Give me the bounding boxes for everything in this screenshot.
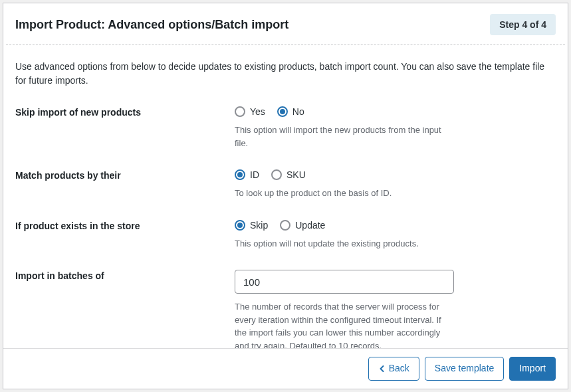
radio-label: Yes — [250, 106, 265, 117]
match-by-controls: ID SKU To look up the product on the bas… — [235, 169, 454, 200]
match-by-radiogroup: ID SKU — [235, 169, 454, 180]
if-exists-skip-radio[interactable]: Skip — [235, 220, 268, 231]
page-title: Import Product: Advanced options/Batch i… — [15, 18, 288, 32]
if-exists-help: This option will not update the existing… — [235, 237, 454, 250]
chevron-left-icon — [378, 365, 386, 373]
match-by-label: Match products by their — [15, 169, 235, 200]
batch-input[interactable] — [235, 270, 454, 294]
field-batch: Import in batches of The number of recor… — [15, 270, 556, 348]
radio-label: Update — [295, 220, 325, 231]
radio-circle-icon — [277, 106, 288, 117]
skip-new-yes-radio[interactable]: Yes — [235, 106, 265, 117]
skip-new-label: Skip import of new products — [15, 106, 235, 149]
if-exists-controls: Skip Update This option will not update … — [235, 220, 454, 250]
panel-content: Use advanced options from below to decid… — [3, 45, 568, 348]
import-product-panel: Import Product: Advanced options/Batch i… — [3, 3, 568, 389]
if-exists-label: If product exists in the store — [15, 220, 235, 250]
field-if-exists: If product exists in the store Skip Upda… — [15, 220, 556, 250]
match-by-id-radio[interactable]: ID — [235, 169, 259, 180]
field-skip-new: Skip import of new products Yes No This … — [15, 106, 556, 149]
match-by-sku-radio[interactable]: SKU — [271, 169, 306, 180]
panel-header: Import Product: Advanced options/Batch i… — [3, 3, 568, 45]
panel-footer: Back Save template Import — [3, 348, 568, 389]
batch-help: The number of records that the server wi… — [235, 300, 454, 348]
radio-circle-icon — [235, 220, 245, 231]
intro-text: Use advanced options from below to decid… — [15, 60, 556, 88]
skip-new-no-radio[interactable]: No — [277, 106, 304, 117]
step-badge: Step 4 of 4 — [490, 14, 556, 35]
batch-controls: The number of records that the server wi… — [235, 270, 454, 348]
if-exists-update-radio[interactable]: Update — [280, 220, 325, 231]
save-template-button[interactable]: Save template — [425, 357, 505, 381]
skip-new-radiogroup: Yes No — [235, 106, 454, 117]
radio-circle-icon — [271, 169, 282, 180]
radio-label: Skip — [250, 220, 268, 231]
radio-circle-icon — [235, 106, 245, 117]
if-exists-radiogroup: Skip Update — [235, 220, 454, 231]
save-template-label: Save template — [435, 362, 495, 375]
field-match-by: Match products by their ID SKU To look u… — [15, 169, 556, 200]
back-button[interactable]: Back — [368, 357, 419, 381]
skip-new-help: This option will import the new products… — [235, 124, 454, 149]
skip-new-controls: Yes No This option will import the new p… — [235, 106, 454, 149]
radio-circle-icon — [235, 169, 245, 180]
import-button-label: Import — [519, 362, 546, 375]
radio-label: No — [292, 106, 304, 117]
batch-label: Import in batches of — [15, 270, 235, 348]
import-button[interactable]: Import — [509, 357, 556, 381]
radio-label: SKU — [286, 169, 306, 180]
radio-circle-icon — [280, 220, 290, 231]
radio-label: ID — [250, 169, 259, 180]
match-by-help: To look up the product on the basis of I… — [235, 187, 454, 200]
back-button-label: Back — [389, 362, 409, 375]
